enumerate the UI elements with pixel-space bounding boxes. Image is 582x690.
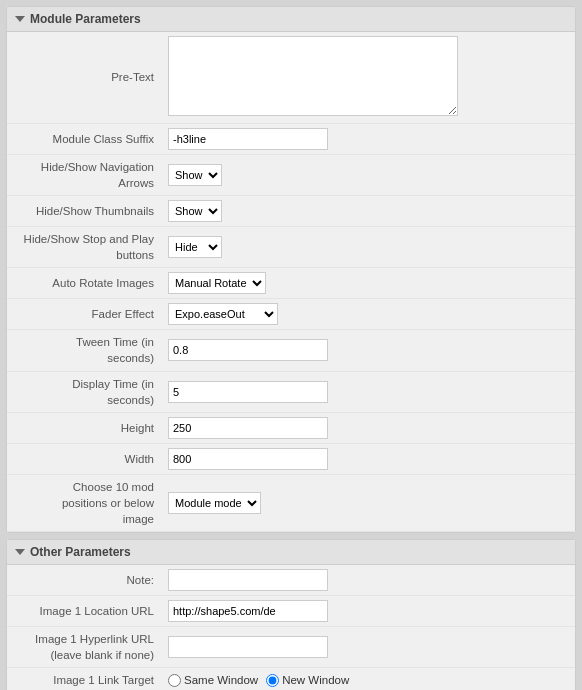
img1-hyperlink-label: Image 1 Hyperlink URL(leave blank if non…	[7, 627, 162, 668]
hide-show-stop-select[interactable]: Hide Show	[168, 236, 222, 258]
width-row: Width	[7, 443, 575, 474]
img1-link-target-label: Image 1 Link Target	[7, 668, 162, 690]
img1-hyperlink-input[interactable]	[168, 636, 328, 658]
module-params-table: Pre-Text Module Class Suffix Hide/Show N…	[7, 32, 575, 532]
tween-time-cell	[162, 330, 575, 371]
module-class-suffix-cell	[162, 124, 575, 155]
hide-show-stop-label: Hide/Show Stop and Playbuttons	[7, 227, 162, 268]
module-class-suffix-input[interactable]	[168, 128, 328, 150]
auto-rotate-row: Auto Rotate Images Manual Rotate Auto Ro…	[7, 268, 575, 299]
pre-text-label: Pre-Text	[7, 32, 162, 124]
img1-new-window-label[interactable]: New Window	[266, 674, 349, 687]
hide-show-thumbs-row: Hide/Show Thumbnails Show Hide	[7, 196, 575, 227]
other-parameters-title: Other Parameters	[30, 545, 131, 559]
height-input[interactable]	[168, 417, 328, 439]
img1-hyperlink-cell	[162, 627, 575, 668]
module-parameters-section: Module Parameters Pre-Text Module Class …	[6, 6, 576, 533]
display-time-cell	[162, 371, 575, 412]
collapse-icon[interactable]	[15, 16, 25, 22]
img1-link-target-row: Image 1 Link Target Same Window New Wind…	[7, 668, 575, 690]
height-cell	[162, 412, 575, 443]
img1-new-window-radio[interactable]	[266, 674, 279, 687]
hide-show-nav-cell: Show Hide	[162, 155, 575, 196]
choose-10mod-label: Choose 10 modpositions or belowimage	[7, 474, 162, 531]
img1-location-cell	[162, 596, 575, 627]
fader-effect-row: Fader Effect Expo.easeOut Linear.easeNon…	[7, 299, 575, 330]
fader-effect-label: Fader Effect	[7, 299, 162, 330]
auto-rotate-label: Auto Rotate Images	[7, 268, 162, 299]
width-label: Width	[7, 443, 162, 474]
other-params-table: Note: Image 1 Location URL Image 1 Hyper…	[7, 565, 575, 690]
tween-time-row: Tween Time (inseconds)	[7, 330, 575, 371]
display-time-row: Display Time (inseconds)	[7, 371, 575, 412]
img1-hyperlink-row: Image 1 Hyperlink URL(leave blank if non…	[7, 627, 575, 668]
img1-location-label: Image 1 Location URL	[7, 596, 162, 627]
img1-new-window-text: New Window	[282, 674, 349, 686]
choose-10mod-row: Choose 10 modpositions or belowimage Mod…	[7, 474, 575, 531]
other-parameters-section: Other Parameters Note: Image 1 Location …	[6, 539, 576, 690]
choose-10mod-select[interactable]: Module mode Below image	[168, 492, 261, 514]
img1-link-target-group: Same Window New Window	[168, 674, 569, 687]
note-label: Note:	[7, 565, 162, 596]
other-parameters-header: Other Parameters	[7, 540, 575, 565]
width-cell	[162, 443, 575, 474]
pre-text-row: Pre-Text	[7, 32, 575, 124]
tween-time-label: Tween Time (inseconds)	[7, 330, 162, 371]
hide-show-stop-row: Hide/Show Stop and Playbuttons Hide Show	[7, 227, 575, 268]
module-class-suffix-label: Module Class Suffix	[7, 124, 162, 155]
choose-10mod-cell: Module mode Below image	[162, 474, 575, 531]
display-time-input[interactable]	[168, 381, 328, 403]
hide-show-thumbs-select[interactable]: Show Hide	[168, 200, 222, 222]
other-collapse-icon[interactable]	[15, 549, 25, 555]
auto-rotate-cell: Manual Rotate Auto Rotate	[162, 268, 575, 299]
pre-text-cell	[162, 32, 575, 124]
display-time-label: Display Time (inseconds)	[7, 371, 162, 412]
width-input[interactable]	[168, 448, 328, 470]
module-class-suffix-row: Module Class Suffix	[7, 124, 575, 155]
height-row: Height	[7, 412, 575, 443]
img1-same-window-label[interactable]: Same Window	[168, 674, 258, 687]
module-parameters-header: Module Parameters	[7, 7, 575, 32]
img1-same-window-radio[interactable]	[168, 674, 181, 687]
fader-effect-select[interactable]: Expo.easeOut Linear.easeNone Back.easeOu…	[168, 303, 278, 325]
hide-show-thumbs-label: Hide/Show Thumbnails	[7, 196, 162, 227]
module-parameters-title: Module Parameters	[30, 12, 141, 26]
note-input[interactable]	[168, 569, 328, 591]
height-label: Height	[7, 412, 162, 443]
fader-effect-cell: Expo.easeOut Linear.easeNone Back.easeOu…	[162, 299, 575, 330]
img1-same-window-text: Same Window	[184, 674, 258, 686]
img1-link-target-cell: Same Window New Window	[162, 668, 575, 690]
img1-location-row: Image 1 Location URL	[7, 596, 575, 627]
img1-location-input[interactable]	[168, 600, 328, 622]
hide-show-nav-select[interactable]: Show Hide	[168, 164, 222, 186]
auto-rotate-select[interactable]: Manual Rotate Auto Rotate	[168, 272, 266, 294]
tween-time-input[interactable]	[168, 339, 328, 361]
hide-show-thumbs-cell: Show Hide	[162, 196, 575, 227]
hide-show-nav-label: Hide/Show NavigationArrows	[7, 155, 162, 196]
note-cell	[162, 565, 575, 596]
note-row: Note:	[7, 565, 575, 596]
hide-show-stop-cell: Hide Show	[162, 227, 575, 268]
pre-text-input[interactable]	[168, 36, 458, 116]
hide-show-nav-row: Hide/Show NavigationArrows Show Hide	[7, 155, 575, 196]
